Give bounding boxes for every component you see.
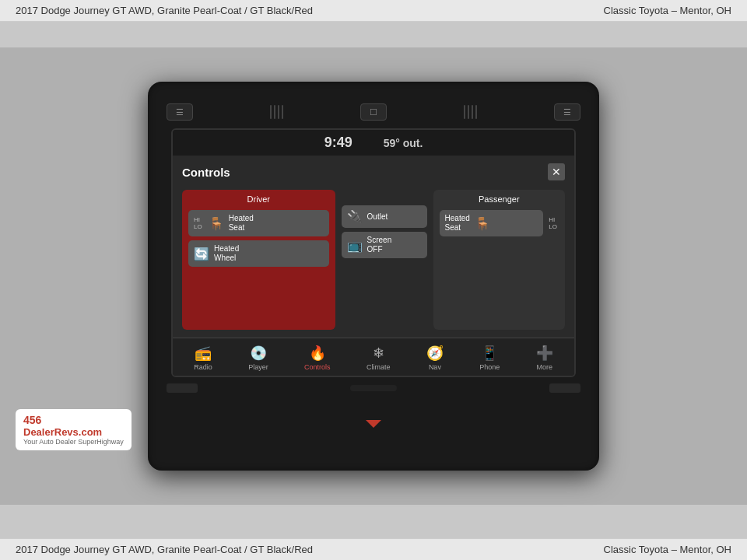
phone-icon: 📱 bbox=[481, 345, 498, 362]
vent-right bbox=[464, 105, 477, 119]
watermark: 456 DealerRevs.com Your Auto Dealer Supe… bbox=[16, 409, 132, 450]
controls-nav-label: Controls bbox=[304, 363, 331, 371]
player-icon: 💿 bbox=[250, 345, 267, 362]
nav-icon-el: 🧭 bbox=[426, 345, 444, 362]
watermark-number: 456 bbox=[23, 414, 124, 426]
screen-off-button[interactable]: 📺 ScreenOFF bbox=[342, 232, 427, 258]
heated-wheel-button[interactable]: 🔄 HeatedWheel bbox=[188, 240, 329, 267]
heated-seat-icon: 🪑 bbox=[209, 216, 224, 231]
middle-section: 🔌 Outlet 📺 ScreenOFF bbox=[342, 205, 427, 330]
nav-phone[interactable]: 📱 Phone bbox=[475, 343, 504, 373]
radio-label: Radio bbox=[194, 363, 212, 371]
driver-section: Driver HI LO 🪑 HeatedSeat bbox=[182, 190, 335, 330]
top-header: 2017 Dodge Journey GT AWD, Granite Pearl… bbox=[0, 0, 747, 22]
outlet-icon: 🔌 bbox=[347, 209, 363, 224]
top-right-btn2[interactable]: ☰ bbox=[554, 103, 580, 121]
vent-left bbox=[270, 105, 283, 119]
more-icon: ➕ bbox=[536, 345, 553, 362]
heated-wheel-icon: 🔄 bbox=[194, 247, 209, 261]
clock-display: 9:49 bbox=[324, 135, 352, 151]
bezel-bottom-row bbox=[167, 383, 580, 393]
watermark-sub: Your Auto Dealer SuperHighway bbox=[23, 438, 124, 446]
climate-icon: ❄ bbox=[373, 345, 384, 362]
hilo-passenger: HI LO bbox=[549, 216, 557, 230]
screen-off-label: ScreenOFF bbox=[367, 236, 392, 254]
passenger-heated-seat-label: HeatedSeat bbox=[445, 214, 470, 233]
nav-nav[interactable]: 🧭 Nav bbox=[422, 343, 448, 373]
hilo-driver: HI LO bbox=[194, 216, 202, 230]
infotainment-unit: ☰ ☐ ☰ 9:49 59° out. Controls bbox=[148, 82, 599, 471]
heated-seat-label: HeatedSeat bbox=[229, 214, 254, 233]
player-label: Player bbox=[248, 363, 268, 371]
passenger-seat-icon: 🪑 bbox=[475, 216, 490, 231]
driver-buttons: HI LO 🪑 HeatedSeat 🔄 HeatedWheel bbox=[188, 210, 329, 267]
nav-player[interactable]: 💿 Player bbox=[244, 343, 273, 373]
screen-off-icon: 📺 bbox=[347, 238, 363, 253]
header-left: 2017 Dodge Journey GT AWD, Granite Pearl… bbox=[16, 5, 313, 16]
lo-label: LO bbox=[194, 223, 202, 230]
passenger-label: Passenger bbox=[440, 194, 559, 204]
controls-title: Controls bbox=[182, 166, 230, 179]
driver-label: Driver bbox=[188, 194, 329, 204]
radio-icon: 📻 bbox=[195, 345, 212, 362]
screen: 9:49 59° out. Controls ✕ Driver bbox=[171, 128, 576, 377]
nav-climate[interactable]: ❄ Climate bbox=[362, 343, 395, 373]
nav-controls[interactable]: 🔥 Controls bbox=[300, 343, 335, 373]
nav-label-el: Nav bbox=[429, 363, 441, 371]
hi-label: HI bbox=[194, 216, 202, 223]
bezel-bottom-center bbox=[350, 385, 397, 391]
footer-right: Classic Toyota – Mentor, OH bbox=[604, 544, 732, 555]
top-left-btn[interactable]: ☰ bbox=[167, 103, 193, 121]
header-right: Classic Toyota – Mentor, OH bbox=[604, 5, 732, 16]
bezel-bottom-left bbox=[167, 383, 198, 393]
top-right-btn1[interactable]: ☐ bbox=[360, 103, 387, 121]
outlet-button[interactable]: 🔌 Outlet bbox=[342, 205, 427, 228]
controls-icon: 🔥 bbox=[309, 345, 326, 362]
passenger-heated-seat-row: HeatedSeat 🪑 HI LO bbox=[440, 210, 559, 236]
watermark-site: DealerRevs.com bbox=[23, 426, 124, 438]
bezel-top-row: ☰ ☐ ☰ bbox=[167, 103, 580, 121]
nav-more[interactable]: ➕ More bbox=[531, 343, 558, 373]
passenger-section: Passenger HeatedSeat 🪑 HI LO bbox=[433, 190, 565, 330]
heated-wheel-label: HeatedWheel bbox=[214, 244, 239, 263]
passenger-hi-label: HI bbox=[549, 216, 557, 223]
more-label: More bbox=[536, 363, 552, 371]
controls-header: Controls ✕ bbox=[182, 163, 565, 180]
outlet-label: Outlet bbox=[367, 212, 388, 222]
screen-nav: 📻 Radio 💿 Player 🔥 Controls ❄ Climate 🧭 bbox=[173, 338, 574, 376]
passenger-heated-seat-button[interactable]: HeatedSeat 🪑 bbox=[440, 210, 544, 236]
climate-label: Climate bbox=[366, 363, 391, 371]
nav-radio[interactable]: 📻 Radio bbox=[189, 343, 217, 373]
bezel-bottom-right bbox=[549, 383, 580, 393]
heated-seat-button[interactable]: HI LO 🪑 HeatedSeat bbox=[188, 210, 329, 236]
bottom-footer: 2017 Dodge Journey GT AWD, Granite Pearl… bbox=[0, 538, 747, 560]
controls-panel: Controls ✕ Driver HI bbox=[173, 156, 574, 338]
status-bar: 9:49 59° out. bbox=[173, 130, 574, 156]
passenger-lo-label: LO bbox=[549, 223, 557, 230]
phone-label: Phone bbox=[479, 363, 500, 371]
controls-body: Driver HI LO 🪑 HeatedSeat bbox=[182, 190, 565, 330]
close-button[interactable]: ✕ bbox=[548, 163, 565, 180]
main-content: ☰ ☐ ☰ 9:49 59° out. Controls bbox=[0, 47, 747, 505]
temperature-display: 59° out. bbox=[384, 137, 423, 149]
footer-left: 2017 Dodge Journey GT AWD, Granite Pearl… bbox=[16, 544, 313, 555]
